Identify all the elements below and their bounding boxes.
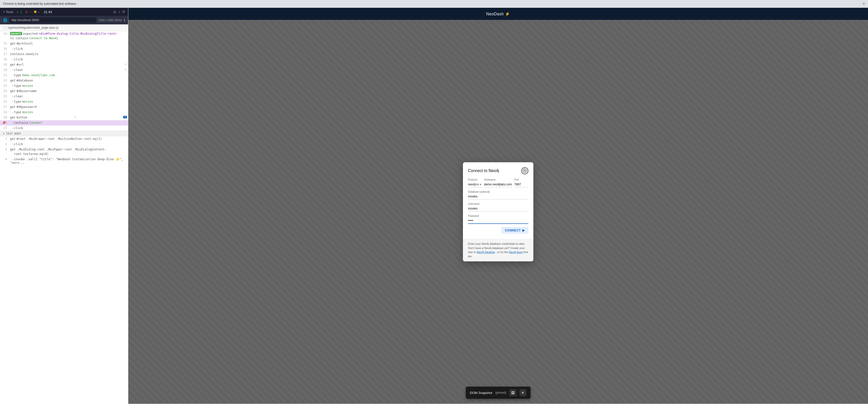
file-path: cypress/integration/start_page.spec.js (8, 26, 58, 29)
arrow-icon: ▶ (522, 228, 525, 232)
resolution-label: 1920 x 1080 (60%) (98, 19, 122, 22)
dom-snapshot-close-button[interactable]: ✕ (519, 389, 526, 396)
protocol-hostname-row: Protocol neo4j+s ▼ Hostname Port (468, 178, 528, 187)
dom-snapshot-bar: DOM Snapshot (pinned) 🖼 ✕ (466, 386, 531, 399)
code-line-31: 31 -click (0, 126, 128, 131)
password-input[interactable] (468, 218, 528, 224)
password-label: Password (468, 215, 528, 217)
neo4j-icon (521, 167, 528, 174)
database-input[interactable] (468, 194, 528, 199)
neo4j-aura-link[interactable]: Neo4j Aura (509, 251, 523, 254)
code-line-27: 27 get #dbpassword (0, 104, 128, 110)
code-line-21: 21 -type demo.neo4jlabs.com (0, 73, 128, 78)
pending-dot (34, 10, 36, 13)
password-field: Password (468, 215, 528, 224)
code-line-22: 22 get #database (0, 78, 128, 83)
back-button[interactable]: < Tests (3, 10, 13, 14)
chrome-notification-text: Chrome is being controlled by automated … (3, 2, 77, 5)
code-line-23: 23 -type movies (0, 83, 128, 89)
elapsed-time: 21.43 (44, 10, 52, 14)
code-line-15: 15 get #protocol (0, 41, 128, 46)
globe-icon: 🌐 (3, 18, 7, 22)
test-body-line-2: 2 -click (0, 142, 128, 147)
code-line-16: 16 -click (0, 46, 128, 52)
code-line-25: 25 -clear (0, 94, 128, 99)
code-line-17: 17 contains neo4j+s (0, 52, 128, 57)
file-breadcrumb: 📄 cypress/integration/start_page.spec.js (0, 24, 128, 31)
main-layout: < Tests ✓ 1 ✗ -- -- 21.43 ⊙ ↕ ↺ 🌐 (0, 8, 868, 404)
neo4j-desktop-link[interactable]: Neo4j Desktop (477, 251, 495, 254)
dialog-footer: Enter your Neo4j database credentials to… (463, 239, 533, 261)
protocol-select[interactable]: neo4j+s ▼ (468, 182, 482, 187)
eye-icon-19[interactable]: 👁 (124, 63, 127, 66)
database-label: Database (optional) (468, 190, 528, 193)
username-field: Username (468, 203, 528, 212)
protocol-arrow: ▼ (479, 183, 482, 186)
test-body-line-4: 4 -invoke .val({ "title": "NeoDash Custo… (0, 157, 128, 165)
browser-preview-panel: NeoDash ⚡ Connect to Neo4j (128, 8, 868, 404)
browser-content: Connect to Neo4j Protocol (128, 20, 868, 404)
test-body-line-1: 1 get #root .MuiDrawer-root .MuiIconButt… (0, 136, 128, 142)
collapse-icon: ▼ (3, 132, 4, 135)
code-line-19: 19 get #url 👁 (0, 62, 128, 67)
viewport-icon[interactable]: ⊙ (113, 10, 116, 14)
neodash-header: NeoDash ⚡ (128, 8, 868, 20)
badge-29: 3 (123, 116, 127, 119)
toolbar-right: ⊙ ↕ ↺ (113, 10, 125, 14)
username-label: Username (468, 203, 528, 205)
username-input[interactable] (468, 206, 528, 212)
test-body-header[interactable]: ▼ TEST BODY (0, 131, 128, 136)
url-input[interactable] (9, 18, 96, 23)
selector-icon[interactable]: ↕ (118, 10, 120, 14)
dom-snapshot-pinned: (pinned) (495, 391, 506, 395)
port-input[interactable] (514, 182, 528, 187)
code-line-29: 29 get button 👁 3 (0, 115, 128, 120)
database-field: Database (optional) (468, 190, 528, 199)
code-panel[interactable]: 14 assert expected <div#form-dialog-titl… (0, 31, 128, 404)
pending-count: -- (34, 10, 40, 14)
hostname-label: Hostname (484, 178, 512, 181)
connect-button[interactable]: CONNECT ▶ (501, 227, 528, 234)
code-line-24: 24 get #dbusername (0, 89, 128, 94)
fail-count: ✗ -- (25, 10, 31, 14)
chrome-close-button[interactable]: × (863, 1, 865, 6)
port-label: Port (514, 178, 528, 181)
protocol-label: Protocol (468, 178, 482, 181)
pass-count: ✓ 1 (17, 10, 22, 14)
dialog-title: Connect to Neo4j (468, 168, 499, 173)
reload-icon[interactable]: ↺ (122, 10, 125, 14)
connect-dialog: Connect to Neo4j Protocol (463, 162, 533, 261)
footer-middle: , or try the (496, 251, 509, 254)
test-body-line-3: 3 get .MuiDialog-root .MuiPaper-root .Mu… (0, 147, 128, 157)
dom-snapshot-label: DOM Snapshot (470, 391, 492, 395)
url-bar-row: 🌐 1920 x 1080 (60%) ℹ (0, 16, 128, 24)
code-line-20: 20 -clear 👁 (0, 67, 128, 73)
dialog-title-row: Connect to Neo4j (468, 167, 528, 174)
file-icon: 📄 (3, 26, 7, 29)
test-body-label: TEST BODY (6, 132, 21, 135)
pin-icon: 📌 (2, 121, 6, 125)
cypress-panel: < Tests ✓ 1 ✗ -- -- 21.43 ⊙ ↕ ↺ 🌐 (0, 8, 128, 404)
eye-icon-20[interactable]: 👁 (124, 68, 127, 71)
hostname-field: Hostname (484, 178, 512, 187)
eye-icon-29[interactable]: 👁 (74, 116, 77, 119)
code-line-30: 30 📌 -contains Connect (0, 120, 128, 126)
chrome-notification-bar: Chrome is being controlled by automated … (0, 0, 868, 8)
connect-button-row: CONNECT ▶ (468, 227, 528, 234)
code-line-18: 18 -click (0, 57, 128, 62)
neodash-title: NeoDash ⚡ (486, 11, 510, 17)
port-field: Port (514, 178, 528, 187)
protocol-field: Protocol neo4j+s ▼ (468, 178, 482, 187)
protocol-value: neo4j+s (468, 183, 478, 186)
code-line-28: 28 -type movies (0, 110, 128, 115)
hostname-input[interactable] (484, 182, 512, 187)
code-line-26: 26 -type movies (0, 99, 128, 104)
cypress-toolbar: < Tests ✓ 1 ✗ -- -- 21.43 ⊙ ↕ ↺ (0, 8, 128, 16)
dom-snapshot-image-button[interactable]: 🖼 (509, 389, 516, 396)
assert-badge: assert (10, 32, 22, 35)
dialog-main: Connect to Neo4j Protocol (463, 162, 533, 239)
info-icon[interactable]: ℹ (124, 18, 125, 22)
code-line-14: 14 assert expected <div#form-dialog-titl… (0, 31, 128, 41)
